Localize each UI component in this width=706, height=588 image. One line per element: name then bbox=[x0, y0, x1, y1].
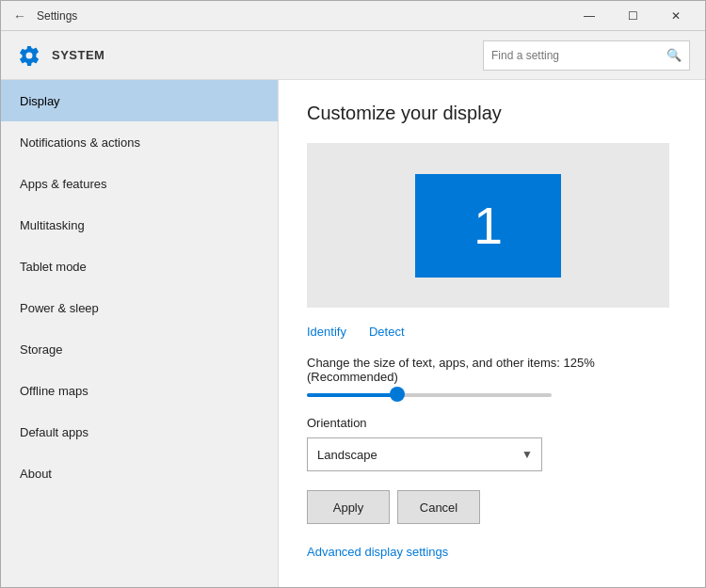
cancel-button[interactable]: Cancel bbox=[397, 490, 480, 524]
sidebar-item-tablet[interactable]: Tablet mode bbox=[1, 246, 278, 287]
slider-thumb[interactable] bbox=[390, 387, 405, 402]
window-controls: — ☐ ✕ bbox=[568, 1, 698, 31]
search-box[interactable]: 🔍 bbox=[483, 40, 690, 71]
sidebar-item-about[interactable]: About bbox=[1, 453, 278, 494]
detect-link[interactable]: Detect bbox=[369, 325, 405, 339]
sidebar-item-apps[interactable]: Apps & features bbox=[1, 163, 278, 204]
sidebar-item-notifications[interactable]: Notifications & actions bbox=[1, 121, 278, 163]
sidebar-item-offline[interactable]: Offline maps bbox=[1, 370, 278, 411]
app-header: SYSTEM 🔍 bbox=[1, 31, 705, 80]
title-bar: ← Settings — ☐ ✕ bbox=[1, 1, 705, 31]
page-title: Customize your display bbox=[307, 103, 677, 124]
settings-window: ← Settings — ☐ ✕ SYSTEM 🔍 Display Notif bbox=[0, 0, 706, 588]
maximize-button[interactable]: ☐ bbox=[611, 1, 654, 31]
orientation-select[interactable]: Landscape Portrait Landscape (flipped) P… bbox=[307, 437, 542, 471]
minimize-button[interactable]: — bbox=[568, 1, 611, 31]
slider-track[interactable] bbox=[307, 393, 552, 397]
back-button[interactable]: ← bbox=[8, 5, 31, 27]
button-row: Apply Cancel bbox=[307, 490, 677, 524]
sidebar-item-storage[interactable]: Storage bbox=[1, 328, 278, 370]
window-title: Settings bbox=[37, 9, 568, 23]
orientation-label: Orientation bbox=[307, 416, 677, 430]
close-button[interactable]: ✕ bbox=[654, 1, 698, 31]
monitor-box[interactable]: 1 bbox=[415, 174, 561, 278]
scale-label: Change the size of text, apps, and other… bbox=[307, 356, 677, 384]
slider-fill bbox=[307, 393, 395, 397]
slider-container bbox=[307, 393, 677, 397]
sidebar: Display Notifications & actions Apps & f… bbox=[1, 80, 279, 587]
apply-button[interactable]: Apply bbox=[307, 490, 390, 524]
monitor-number: 1 bbox=[473, 195, 503, 256]
sidebar-item-multitasking[interactable]: Multitasking bbox=[1, 204, 278, 246]
search-icon[interactable]: 🔍 bbox=[666, 48, 682, 62]
search-input[interactable] bbox=[491, 49, 666, 62]
gear-icon bbox=[16, 42, 42, 69]
sidebar-item-power[interactable]: Power & sleep bbox=[1, 287, 278, 328]
sidebar-item-display[interactable]: Display bbox=[1, 80, 278, 121]
app-title: SYSTEM bbox=[52, 48, 483, 62]
monitor-preview: 1 bbox=[307, 143, 669, 308]
main-content: Display Notifications & actions Apps & f… bbox=[1, 80, 705, 587]
content-area: Customize your display 1 Identify Detect… bbox=[279, 80, 705, 587]
orientation-select-wrapper: Landscape Portrait Landscape (flipped) P… bbox=[307, 437, 542, 471]
advanced-display-link[interactable]: Advanced display settings bbox=[307, 545, 448, 559]
sidebar-item-default-apps[interactable]: Default apps bbox=[1, 411, 278, 453]
identify-link[interactable]: Identify bbox=[307, 325, 346, 339]
links-row: Identify Detect bbox=[307, 325, 677, 339]
